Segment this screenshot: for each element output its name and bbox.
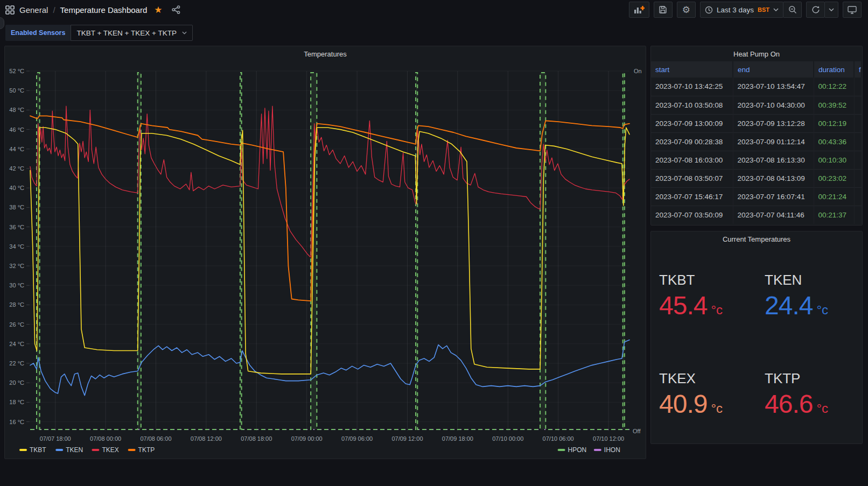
current-temps-panel-title[interactable]: Current Temperatures	[651, 231, 862, 246]
legend-item-TKEN[interactable]: TKEN	[55, 446, 83, 454]
cell-end: 2023-07-07 04:11:46	[733, 206, 814, 224]
x-tick-label: 07/09 18:00	[442, 435, 473, 442]
legend-label: IHON	[604, 446, 620, 454]
time-range-picker[interactable]: Last 3 days BST	[700, 2, 783, 18]
legend-item-TKTP[interactable]: TKTP	[128, 446, 155, 454]
zoom-out-button[interactable]	[783, 2, 802, 18]
x-tick-label: 07/07 18:00	[40, 435, 71, 442]
legend-swatch	[92, 449, 99, 451]
timezone-label: BST	[758, 6, 769, 13]
heat-pump-table: startenddurationfr 2023-07-10 13:42:2520…	[651, 61, 862, 224]
heat-pump-panel: Heat Pump On startenddurationfr 2023-07-…	[650, 46, 863, 226]
cell-duration: 00:21:37	[814, 206, 854, 224]
column-header-start[interactable]: start	[651, 61, 733, 78]
x-tick-label: 07/10 12:00	[593, 435, 624, 442]
temperatures-chart[interactable]: 52 °C50 °C48 °C46 °C44 °C42 °C40 °C38 °C…	[5, 46, 646, 459]
share-icon[interactable]	[172, 5, 180, 14]
temperatures-panel-title[interactable]: Temperatures	[5, 46, 646, 61]
stat-TKTP: TKTP46.6°c	[757, 345, 862, 443]
current-temps-grid: TKBT45.4°cTKEN24.4°cTKEX40.9°cTKTP46.6°c	[651, 246, 862, 443]
cell-end: 2023-07-09 13:12:28	[733, 114, 814, 132]
refresh-interval-dropdown[interactable]	[824, 2, 838, 18]
y-tick-label: 20 °C	[9, 379, 24, 386]
stat-name: TKEN	[765, 272, 862, 288]
cell-start: 2023-07-07 03:50:09	[651, 206, 733, 224]
cell-duration: 00:12:19	[814, 114, 854, 132]
gear-icon: ⚙	[682, 5, 690, 15]
cell-start: 2023-07-07 15:46:17	[651, 187, 733, 206]
y-tick-label: 36 °C	[9, 224, 24, 230]
y-tick-label: 42 °C	[9, 165, 24, 172]
dashboard-variables: Enabled Sensors TKBT + TKEN + TKEX + TKT…	[5, 25, 193, 41]
apps-grid-icon[interactable]	[5, 5, 15, 15]
stat-TKBT: TKBT45.4°c	[651, 246, 757, 345]
legend-item-TKBT[interactable]: TKBT	[19, 446, 46, 454]
clock-icon	[705, 6, 713, 14]
refresh-button[interactable]	[806, 2, 825, 18]
cell-duration: 00:21:24	[814, 187, 854, 206]
legend-item-HPON[interactable]: HPON	[558, 446, 587, 454]
cycle-view-button[interactable]	[843, 2, 862, 18]
legend-label: TKBT	[30, 446, 46, 454]
stat-value: 46.6	[765, 389, 813, 419]
stat-value: 45.4	[659, 291, 707, 320]
column-header-fr[interactable]: fr	[854, 61, 862, 78]
refresh-icon	[811, 5, 820, 14]
breadcrumb-section[interactable]: General	[19, 5, 48, 15]
legend-swatch	[19, 449, 27, 451]
cell-fr	[854, 151, 862, 169]
sensors-dropdown[interactable]: TKBT + TKEN + TKEX + TKTP	[71, 25, 192, 41]
cell-start: 2023-07-09 00:28:38	[651, 132, 733, 151]
y-tick-label: 26 °C	[9, 321, 24, 328]
cell-start: 2023-07-10 13:42:25	[651, 78, 733, 96]
series-TKBT-line	[30, 128, 629, 374]
stat-name: TKBT	[659, 272, 757, 288]
legend-item-IHON[interactable]: IHON	[594, 446, 620, 454]
series-TKEX-line	[30, 106, 629, 257]
x-tick-label: 07/10 06:00	[543, 435, 574, 442]
cell-start: 2023-07-10 03:50:08	[651, 96, 733, 114]
grafana-dashboard: General / Temperature Dashboard ★	[0, 0, 868, 486]
sidebar-toggle-handle[interactable]	[0, 17, 4, 29]
legend-swatch	[128, 449, 136, 451]
series-TKTP-line	[30, 116, 629, 301]
table-row: 2023-07-07 15:46:172023-07-07 16:07:4100…	[651, 187, 862, 206]
table-row: 2023-07-07 03:50:092023-07-07 04:11:4600…	[651, 206, 862, 224]
cell-fr	[854, 78, 862, 96]
y-tick-label: 38 °C	[9, 204, 24, 210]
y-tick-label: 50 °C	[9, 87, 24, 94]
favorite-star-icon[interactable]: ★	[154, 5, 162, 15]
column-header-duration[interactable]: duration	[814, 61, 854, 78]
x-tick-label: 07/08 18:00	[241, 435, 272, 442]
dashboard-settings-button[interactable]: ⚙	[677, 2, 696, 18]
table-row: 2023-07-08 03:50:072023-07-08 04:13:0900…	[651, 169, 862, 187]
stat-unit: °c	[816, 302, 828, 318]
dashboard-title: Temperature Dashboard	[60, 5, 148, 15]
save-dashboard-button[interactable]	[654, 2, 673, 18]
legend-label: HPON	[568, 446, 587, 454]
column-header-end[interactable]: end	[733, 61, 814, 78]
legend-item-TKEX[interactable]: TKEX	[92, 446, 118, 454]
stat-unit: °c	[816, 401, 828, 416]
table-row: 2023-07-08 16:03:002023-07-08 16:13:3000…	[651, 151, 862, 169]
add-panel-button[interactable]	[629, 2, 649, 18]
time-range-label: Last 3 days	[717, 6, 754, 14]
table-row: 2023-07-10 13:42:252023-07-10 13:54:4700…	[651, 78, 862, 96]
sensors-dropdown-value: TKBT + TKEN + TKEX + TKTP	[76, 29, 176, 37]
stat-value: 40.9	[659, 389, 707, 419]
table-row: 2023-07-09 00:28:382023-07-09 01:12:1400…	[651, 132, 862, 151]
chevron-down-icon	[773, 8, 779, 11]
table-row: 2023-07-09 13:00:092023-07-09 13:12:2800…	[651, 114, 862, 132]
cell-duration: 00:43:36	[814, 132, 854, 151]
hpon-region-fill	[540, 73, 545, 429]
y-tick-label: 40 °C	[9, 185, 24, 191]
x-tick-label: 07/10 00:00	[492, 435, 523, 442]
chevron-down-icon	[182, 31, 187, 34]
cell-fr	[854, 132, 862, 151]
cell-fr	[854, 169, 862, 187]
legend-swatch	[594, 449, 601, 451]
y-tick-label: 22 °C	[9, 360, 24, 367]
x-tick-label: 07/08 12:00	[191, 435, 222, 442]
heat-pump-panel-title[interactable]: Heat Pump On	[651, 46, 862, 61]
stat-value: 24.4	[765, 291, 813, 320]
